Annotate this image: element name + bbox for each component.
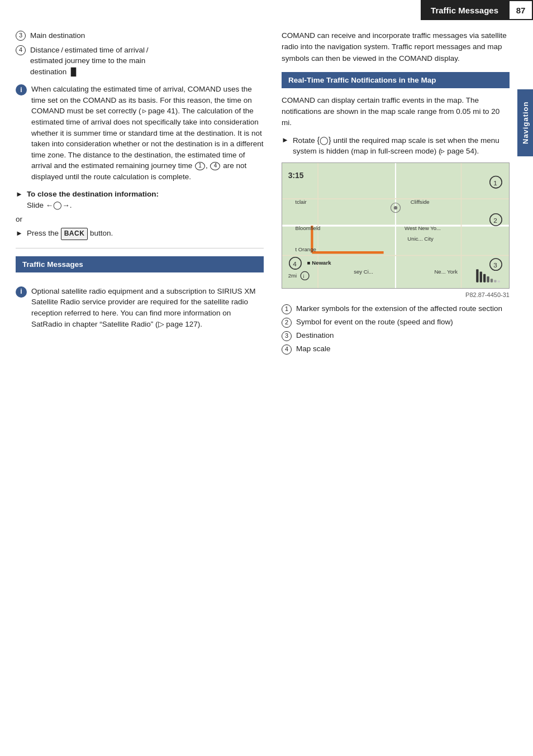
list-item-4: 4 Distance / estimated time of arrival /… [16,45,264,78]
close-dest-arrow: ► To close the destination information:S… [16,189,264,210]
svg-rect-28 [498,280,500,282]
circle-n2: 2 [282,318,292,328]
svg-text:tclair: tclair [296,198,307,204]
map-num-4-text: Map scale [296,344,331,355]
map-caption: P82.87-4450-31 [282,291,510,298]
header-bar: Traffic Messages 87 [0,0,533,20]
circle-4: 4 [16,45,26,55]
map-num-1-text: Marker symbols for the extension of the … [296,304,502,314]
map-num-item-4: 4 Map scale [282,344,510,355]
map-num-item-2: 2 Symbol for event on the route (speed a… [282,317,510,328]
back-key: BACK [61,228,88,240]
press-back-text: Press the BACK button. [27,228,113,240]
svg-text:West New Yo...: West New Yo... [404,224,441,231]
main-content: 3 Main destination 4 Distance / estimate… [0,20,517,756]
press-back-arrow: ► Press the BACK button. [16,228,264,240]
left-column: 3 Main destination 4 Distance / estimate… [0,20,274,756]
map-container: 3:15 Bloomfield tclair Cliffside West Ne… [282,162,510,298]
info-block-satellite: i Optional satellite radio equipment and… [16,286,264,329]
svg-text:Ne... York: Ne... York [434,268,458,274]
svg-text:2mi: 2mi [288,272,297,279]
info-block-main: i When calculating the estimated time of… [16,84,264,182]
svg-rect-22 [476,269,478,283]
svg-rect-27 [494,280,496,282]
right-intro-text: COMAND can receive and incorporate traff… [282,30,510,64]
svg-text:3:15: 3:15 [288,170,304,179]
svg-rect-23 [480,271,482,282]
circle-n4: 4 [282,344,292,355]
svg-text:Bloomfield: Bloomfield [296,224,321,231]
or-label: or [16,215,264,223]
info-icon-satellite: i [16,286,27,298]
svg-rect-25 [487,276,489,283]
header-title: Traffic Messages [421,0,508,20]
svg-text:i: i [303,274,304,279]
info-text-main: When calculating the estimated time of a… [31,84,264,182]
rotate-arrow-item: ► Rotate {◯} until the required map scal… [282,135,510,157]
svg-text:2: 2 [493,216,497,223]
rotate-text: Rotate {◯} until the required map scale … [293,135,510,157]
map-svg: 3:15 Bloomfield tclair Cliffside West Ne… [282,162,510,289]
right-column: COMAND can receive and incorporate traff… [274,20,517,756]
info-text-satellite: Optional satellite radio equipment and a… [31,286,264,329]
map-num-3-text: Destination [296,331,334,341]
circle-3: 3 [16,31,26,41]
svg-text:Unic... City: Unic... City [407,236,434,242]
list-item-4-text: Distance / estimated time of arrival / e… [30,45,150,78]
arrow-rotate-sym: ► [282,135,289,146]
map-num-item-1: 1 Marker symbols for the extension of th… [282,304,510,314]
list-item-3: 3 Main destination [16,30,264,41]
list-item-3-text: Main destination [30,30,85,41]
svg-text:sey Ci...: sey Ci... [354,268,373,274]
svg-text:t Orange: t Orange [296,246,316,252]
map-num-2-text: Symbol for event on the route (speed and… [296,317,453,328]
close-dest-text: To close the destination information:Sli… [27,189,159,210]
svg-point-38 [394,206,397,209]
circle-n3: 3 [282,331,292,341]
realtime-traffic-text: COMAND can display certain traffic event… [282,95,510,129]
svg-text:3: 3 [493,261,497,269]
map-num-list: 1 Marker symbols for the extension of th… [282,304,510,355]
svg-rect-24 [483,274,486,282]
traffic-messages-heading: Traffic Messages [16,256,264,272]
svg-rect-26 [491,279,493,282]
arrow-right-back-sym: ► [16,228,23,239]
divider-1 [16,248,264,248]
realtime-traffic-heading: Real-Time Traffic Notifications in the M… [282,72,510,88]
info-icon-main: i [16,84,27,95]
svg-text:■ Newark: ■ Newark [307,259,331,265]
svg-text:Cliffside: Cliffside [411,198,430,204]
page-number: 87 [508,0,533,20]
header-title-area: Traffic Messages 87 [421,0,533,20]
map-num-item-3: 3 Destination [282,331,510,341]
navigation-tab: Navigation [517,89,533,156]
circle-n1: 1 [282,304,292,314]
svg-text:4: 4 [293,260,297,267]
svg-text:1: 1 [493,179,497,186]
arrow-right-sym: ► [16,189,23,200]
